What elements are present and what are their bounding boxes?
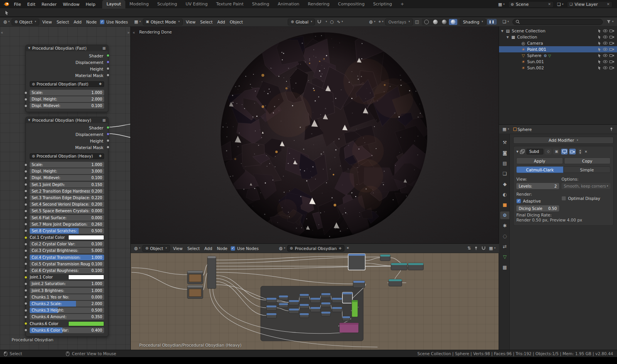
rendered-shading-button[interactable] <box>449 19 457 25</box>
number-field[interactable]: Set.2 Transition Edge Hardness: 0.200 <box>30 188 104 194</box>
input-socket[interactable] <box>24 183 27 186</box>
input-socket[interactable] <box>24 190 27 193</box>
node-input-row[interactable]: Col.5 Crystal Transmision Roughness: 0.1… <box>30 261 104 267</box>
outliner-row[interactable]: Point.001 <box>499 46 617 52</box>
number-field[interactable]: Set.7 More Joint Degradation: 0.260 <box>30 221 104 227</box>
filter-button[interactable]: ▾ <box>605 19 615 25</box>
copy-button[interactable]: Copy <box>564 158 611 164</box>
menu-item[interactable]: View <box>40 19 54 25</box>
pause-render-button[interactable]: ❚❚ <box>487 19 497 25</box>
node-input-row[interactable]: Set.7 More Joint Degradation: 0.260 <box>30 221 104 227</box>
collapse-icon[interactable]: ▼ <box>28 47 30 50</box>
sidebar-toggle-icon[interactable]: « <box>1 30 3 35</box>
disable-render-icon[interactable] <box>609 41 614 45</box>
number-field[interactable]: Chunks.2 Scale: 2.000 <box>30 301 104 307</box>
snap-magnet-toggle[interactable] <box>316 19 323 25</box>
number-field[interactable]: Col.5 Crystal Transmision Roughness: 0.1… <box>30 261 104 267</box>
viewport-canvas[interactable]: Rendering Done « <box>131 27 499 244</box>
menu-item[interactable]: Add <box>215 19 227 25</box>
editor-type-button[interactable]: ▦▾ <box>133 19 142 25</box>
hide-viewport-icon[interactable] <box>603 60 608 64</box>
realtime-toggle[interactable] <box>561 149 568 154</box>
selectable-icon[interactable] <box>598 35 601 39</box>
node-input-row[interactable]: Displ. Midlevel: 0.100 <box>30 175 104 181</box>
input-socket[interactable] <box>24 329 27 332</box>
wireframe-shading-button[interactable] <box>422 19 431 25</box>
input-socket[interactable] <box>24 302 27 305</box>
use-nodes-checkbox[interactable]: ✓ Use Nodes <box>231 246 259 251</box>
proportional-edit-toggle[interactable]: ○ <box>329 19 335 25</box>
workspace-tab[interactable]: Compositing <box>334 0 369 8</box>
workspace-tab[interactable]: Animation <box>273 0 303 8</box>
input-socket[interactable] <box>24 276 27 279</box>
selectable-icon[interactable] <box>598 41 601 45</box>
outliner-row[interactable]: ▼ Scene Collection <box>499 28 617 34</box>
shader-node-canvas[interactable]: Procedural Obsydian/Procedural Obsydian … <box>131 253 499 350</box>
view-layer-add-button[interactable]: ❏▾ <box>556 2 565 7</box>
node-input-row[interactable]: Set.8 Crystal Scratches: 0.500 <box>30 228 104 234</box>
scene-unlink-icon[interactable]: ✕ <box>548 2 551 6</box>
workspace-tab[interactable]: Shading <box>248 0 274 8</box>
color-swatch[interactable] <box>68 321 104 326</box>
properties-tab[interactable]: ▩ <box>500 263 509 271</box>
number-field[interactable]: Chunks.1 Yes or No: 0.000 <box>30 294 104 300</box>
selectable-icon[interactable] <box>598 47 601 52</box>
menu-item[interactable]: Window <box>60 1 83 8</box>
node-input-row[interactable]: Set.2 Transition Edge Hardness: 0.200 <box>30 188 104 194</box>
xray-toggle[interactable]: ◫ <box>414 19 420 25</box>
fake-user-icon[interactable]: ❖ <box>339 247 342 250</box>
node-header[interactable]: ▼ Procedural Obsydian (Heavy) ▦ <box>26 117 108 123</box>
number-field[interactable]: Displ. Height: 3.000 <box>30 168 104 174</box>
disable-render-icon[interactable] <box>609 54 614 57</box>
active-tool-icon[interactable] <box>5 10 9 15</box>
menu-item[interactable]: View <box>171 245 185 252</box>
apply-button[interactable]: Apply <box>516 158 563 164</box>
number-field[interactable]: Displ. Height: 2.000 <box>30 96 104 102</box>
node-input-row[interactable]: Col.3 Crystal Brightness: 5.000 <box>30 248 104 253</box>
orientation-select[interactable]: ⊕ Global ▾ <box>288 18 315 25</box>
node-input-row[interactable]: Chunks.2 Scale: 2.000 <box>30 301 104 307</box>
number-field[interactable]: Set.5 Space Between Crystals: 0.000 <box>30 208 104 214</box>
catmull-clark-button[interactable]: Catmull-Clark <box>516 166 563 173</box>
overlays-dropdown[interactable]: Overlays ▾ <box>385 18 413 25</box>
scene-selector[interactable]: ◍ Scene ✕ <box>508 1 554 8</box>
fake-user-icon[interactable]: ❖ <box>99 82 102 86</box>
input-socket[interactable] <box>24 203 27 206</box>
properties-tab[interactable]: ✱ <box>500 222 509 230</box>
object-visibility-dropdown[interactable]: ◍▾ <box>368 19 376 25</box>
color-swatch[interactable] <box>68 275 104 280</box>
hide-viewport-icon[interactable] <box>603 35 608 39</box>
expand-icon[interactable]: ▼ <box>516 150 518 153</box>
mode-select[interactable]: ▣ Object Mode ▾ <box>143 18 183 25</box>
workspace-tab[interactable]: Modeling <box>125 0 153 8</box>
number-field[interactable]: Chunks.4 Amount: 0.350 <box>30 314 104 320</box>
outliner-search-input[interactable] <box>521 20 600 24</box>
levels-field[interactable]: Levels: 2 <box>516 183 559 189</box>
uv-smooth-dropdown[interactable]: Smooth, keep corners ▾ <box>561 183 610 189</box>
workspace-tab[interactable]: Texture Paint <box>212 0 248 8</box>
shader-type-select[interactable]: ◍ Object ▾ <box>12 18 39 25</box>
view-layer-unlink-icon[interactable]: ✕ <box>607 2 610 6</box>
node-input-row[interactable]: Set.1 Joint Depth: 0.150 <box>30 182 104 188</box>
input-socket[interactable] <box>24 282 27 285</box>
move-modifier-buttons[interactable]: ▲▼ <box>578 149 582 154</box>
input-socket[interactable] <box>24 91 27 94</box>
number-field[interactable]: Set.4 Second Verioni Displace: 0.200 <box>30 201 104 207</box>
screen-layout-button[interactable]: ▦▾ <box>497 2 506 7</box>
output-socket[interactable] <box>106 139 110 142</box>
node-input-row[interactable]: Displ. Height: 3.000 <box>30 168 104 174</box>
expand-icon[interactable]: ▼ <box>506 35 509 39</box>
input-socket[interactable] <box>24 256 27 259</box>
node-input-row[interactable]: Col.6 Crystal Roughness: 0.100 <box>30 268 104 273</box>
outliner-row[interactable]: Camera <box>499 40 617 46</box>
input-socket[interactable] <box>24 289 27 292</box>
input-socket[interactable] <box>24 249 27 252</box>
properties-tab[interactable]: ⇄ <box>500 243 509 250</box>
disable-render-icon[interactable] <box>609 60 614 64</box>
solid-shading-button[interactable] <box>431 19 440 25</box>
blender-logo-icon[interactable] <box>3 2 9 7</box>
workspace-tab[interactable]: + <box>396 0 408 8</box>
menu-item[interactable]: Select <box>198 19 215 25</box>
add-modifier-button[interactable]: Add Modifier ▾ <box>513 137 614 144</box>
selectable-icon[interactable] <box>598 60 601 64</box>
